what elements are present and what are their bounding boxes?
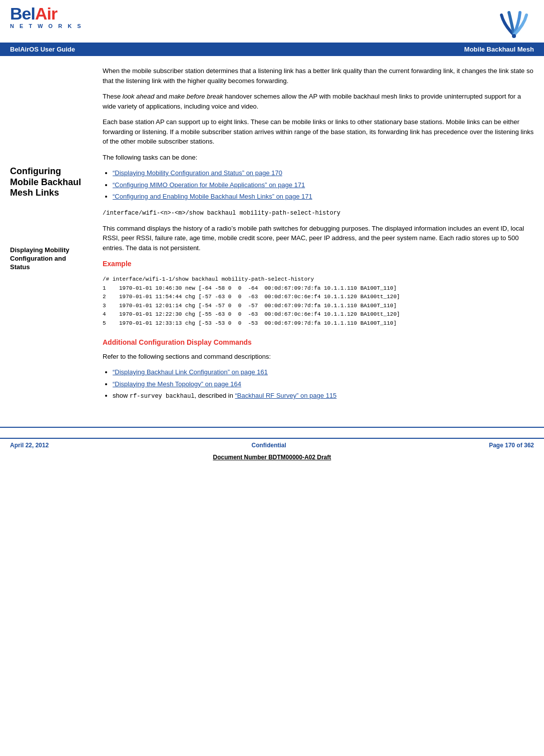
task-link-1[interactable]: “Displaying Mobility Configuration and S…	[113, 169, 282, 177]
belair-logo: BelAir	[10, 5, 83, 22]
footer-center: Confidential	[252, 442, 286, 449]
list-item: “Displaying Backhaul Link Configuration”…	[113, 367, 534, 377]
para2: These look ahead and make before break h…	[103, 92, 534, 111]
additional-intro: Refer to the following sections and comm…	[103, 352, 534, 362]
list-item: “Displaying the Mesh Topology” on page 1…	[113, 379, 534, 389]
sidebar-section-title: ConfiguringMobile BackhaulMesh Links	[10, 166, 93, 199]
logo-area: BelAir N E T W O R K S	[10, 5, 83, 29]
nav-right: Mobile Backhaul Mesh	[464, 46, 534, 53]
example-header: Example	[103, 259, 534, 269]
main-content: ConfiguringMobile BackhaulMesh Links Dis…	[0, 56, 544, 407]
content-area: When the mobile subscriber station deter…	[103, 66, 534, 407]
svg-point-0	[512, 34, 516, 38]
header-graphic	[494, 5, 534, 40]
command-inline: /interface/wifi-<n>-<m>/show backhaul mo…	[103, 210, 340, 217]
footer-right: Page 170 of 362	[489, 442, 534, 449]
list-item: show rf-survey backhaul, described in “B…	[113, 391, 534, 401]
command-line: /interface/wifi-<n>-<m>/show backhaul mo…	[103, 208, 534, 218]
para3: Each base station AP can support up to e…	[103, 117, 534, 147]
list-item: “Displaying Mobility Configuration and S…	[113, 168, 534, 178]
sidebar: ConfiguringMobile BackhaulMesh Links Dis…	[10, 66, 103, 407]
footer-divider	[0, 427, 544, 428]
para1: When the mobile subscriber station deter…	[103, 66, 534, 86]
show-rf-mid: , described in	[195, 392, 235, 399]
show-rf-link[interactable]: “Backhaul RF Survey” on page 115	[235, 392, 337, 399]
para2-mid: and	[154, 93, 169, 100]
task-link-3[interactable]: “Configuring and Enabling Mobile Backhau…	[113, 193, 312, 200]
list-item: “Configuring and Enabling Mobile Backhau…	[113, 192, 534, 202]
nav-bar: BelAirOS User Guide Mobile Backhaul Mesh	[0, 43, 544, 56]
footer-left: April 22, 2012	[10, 442, 49, 449]
nav-left: BelAirOS User Guide	[10, 46, 75, 53]
footer: April 22, 2012 Confidential Page 170 of …	[0, 438, 544, 452]
example-code-block: /# interface/wifi-1-1/show backhaul mobi…	[103, 273, 534, 330]
tasks-intro: The following tasks can be done:	[103, 153, 534, 163]
task-links-list: “Displaying Mobility Configuration and S…	[113, 168, 534, 202]
logo-air: Air	[35, 4, 57, 23]
para2-italic2: make before break	[169, 93, 223, 100]
additional-links-list: “Displaying Backhaul Link Configuration”…	[113, 367, 534, 401]
para2-pre: These	[103, 93, 123, 100]
logo-networks: N E T W O R K S	[10, 23, 83, 29]
footer-doc-number: Document Number BDTM00000-A02 Draft	[0, 452, 544, 463]
footer-wrapper: April 22, 2012 Confidential Page 170 of …	[0, 427, 544, 463]
sidebar-subsection-title: Displaying MobilityConfiguration andStat…	[10, 246, 93, 272]
command-desc: This command displays the history of a r…	[103, 224, 534, 253]
additional-link-2[interactable]: “Displaying the Mesh Topology” on page 1…	[113, 380, 241, 388]
additional-header: Additional Configuration Display Command…	[103, 337, 534, 348]
para2-italic1: look ahead	[123, 93, 155, 100]
list-item: “Configuring MIMO Operation for Mobile A…	[113, 180, 534, 190]
additional-link-1[interactable]: “Displaying Backhaul Link Configuration”…	[113, 368, 268, 376]
logo-bel: Bel	[10, 4, 35, 23]
task-link-2[interactable]: “Configuring MIMO Operation for Mobile A…	[113, 181, 305, 189]
show-rf-code: rf-survey backhaul	[130, 393, 195, 400]
show-rf-pre: show	[113, 392, 130, 399]
page-header: BelAir N E T W O R K S	[0, 0, 544, 43]
